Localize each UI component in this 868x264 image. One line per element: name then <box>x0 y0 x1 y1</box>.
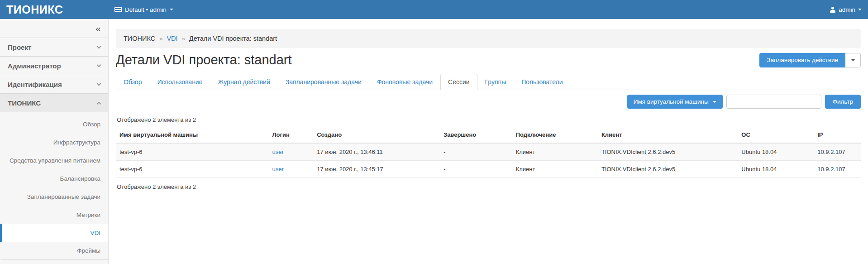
top-navbar: ТИОНИКС Default • admin admin <box>0 0 868 19</box>
sidebar-item-metrics[interactable]: Метрики <box>0 206 108 224</box>
breadcrumb-item-tionix: ТИОНИКС <box>124 35 155 42</box>
column-header-login: Логин <box>268 127 313 143</box>
breadcrumb-item-vdi[interactable]: VDI <box>167 35 177 42</box>
cell-finished: - <box>440 143 512 161</box>
chevron-down-icon <box>851 59 855 61</box>
tab-bar: Обзор Использование Журнал действий Запл… <box>116 74 861 90</box>
sidebar-section-tionix[interactable]: ТИОНИКС <box>0 94 108 112</box>
cell-vm-name: test-vp-6 <box>116 143 268 161</box>
cell-client: TIONIX.VDIclient 2.6.2.dev5 <box>598 161 738 178</box>
project-switcher-label: Default • admin <box>125 6 167 13</box>
chevron-down-icon <box>858 9 862 10</box>
main-content: ТИОНИКС » VDI » Детали VDI проекта: stan… <box>109 19 868 264</box>
item-label: Балансировка <box>60 175 100 182</box>
item-label: Обзор <box>83 121 100 128</box>
cell-ip: 10.9.2.107 <box>814 143 861 161</box>
chevron-down-icon <box>713 101 716 103</box>
sidebar-item-frames[interactable]: Фреймы <box>0 242 108 260</box>
cell-ip: 10.9.2.107 <box>814 161 861 178</box>
item-label: Инфраструктура <box>53 139 100 146</box>
column-header-client: Клиент <box>598 127 738 143</box>
item-label: Метрики <box>76 211 100 218</box>
cell-login: user <box>268 143 313 161</box>
schedule-action-dropdown-toggle[interactable] <box>845 53 861 67</box>
login-link[interactable]: user <box>272 166 283 173</box>
section-label: Идентификация <box>8 81 62 88</box>
chevron-down-icon <box>97 82 101 86</box>
collapse-icon: « <box>95 23 101 34</box>
filter-input[interactable] <box>726 95 821 109</box>
tab-sessions[interactable]: Сессии <box>440 74 477 90</box>
breadcrumb: ТИОНИКС » VDI » Детали VDI проекта: stan… <box>116 29 861 48</box>
tab-overview[interactable]: Обзор <box>116 74 149 90</box>
sidebar-item-infrastructure[interactable]: Инфраструктура <box>0 133 108 151</box>
title-row: Детали VDI проекта: standart Запланирова… <box>116 53 861 67</box>
cell-login: user <box>268 161 313 178</box>
cell-os: Ubuntu 18.04 <box>738 161 814 178</box>
tab-action-log[interactable]: Журнал действий <box>210 74 277 90</box>
cell-client: TIONIX.VDIclient 2.6.2.dev5 <box>598 143 738 161</box>
sidebar: « Проект Администратор Идентификация ТИО… <box>0 19 109 264</box>
tab-background-tasks[interactable]: Фонововые задачи <box>369 74 440 90</box>
column-header-connection: Подключение <box>512 127 598 143</box>
sidebar-item-overview[interactable]: Обзор <box>0 115 108 133</box>
tab-users[interactable]: Пользователи <box>514 74 570 90</box>
schedule-action-button[interactable]: Запланировать действие <box>759 53 845 67</box>
login-link[interactable]: user <box>272 149 283 155</box>
items-count-bottom: Отображено 2 элемента из 2 <box>116 183 861 190</box>
tab-scheduled-tasks[interactable]: Запланированные задачи <box>278 74 369 90</box>
chevron-up-icon <box>97 101 101 106</box>
chevron-down-icon <box>97 63 101 67</box>
breadcrumb-item-current: Детали VDI проекта: standart <box>189 35 277 42</box>
column-header-created: Создано <box>313 127 440 143</box>
column-header-finished: Завершено <box>440 127 512 143</box>
column-header-vm-name: Имя виртуальной машины <box>116 127 268 143</box>
cell-created: 17 июн. 2020 г., 13:45:17 <box>313 161 440 178</box>
filter-row: Имя виртуальной машины Фильтр <box>116 95 861 109</box>
sidebar-section-project[interactable]: Проект <box>0 38 108 57</box>
filter-field-label: Имя виртуальной машины <box>634 98 709 105</box>
user-menu-label: admin <box>839 6 855 13</box>
sessions-table: Имя виртуальной машины Логин Создано Зав… <box>116 127 861 178</box>
chevron-down-icon <box>97 44 101 49</box>
section-label: Администратор <box>8 62 61 70</box>
tab-usage[interactable]: Использование <box>149 74 210 90</box>
breadcrumb-separator: » <box>182 35 185 42</box>
project-switcher[interactable]: Default • admin <box>109 6 173 13</box>
items-count-top: Отображено 2 элемента из 2 <box>116 116 861 123</box>
brand-logo: ТИОНИКС <box>0 3 109 16</box>
section-label: ТИОНИКС <box>8 99 41 107</box>
page-actions: Запланировать действие <box>759 53 861 67</box>
item-label: Средства управления питанием <box>10 157 100 164</box>
breadcrumb-separator: » <box>159 35 162 42</box>
sidebar-section-admin[interactable]: Администратор <box>0 57 108 75</box>
schedule-action-label: Запланировать действие <box>767 57 838 63</box>
sidebar-collapse-button[interactable]: « <box>0 19 108 38</box>
cell-connection: Клиент <box>512 143 598 161</box>
sidebar-section-identity[interactable]: Идентификация <box>0 75 108 94</box>
page-title: Детали VDI проекта: standart <box>116 53 292 67</box>
user-icon <box>830 7 836 13</box>
sidebar-item-balancing[interactable]: Балансировка <box>0 169 108 187</box>
user-menu[interactable]: admin <box>830 6 868 13</box>
item-label: Фреймы <box>77 247 100 254</box>
tab-groups[interactable]: Группы <box>477 74 514 90</box>
sidebar-item-power-management[interactable]: Средства управления питанием <box>0 151 108 169</box>
sidebar-item-scheduled-tasks[interactable]: Запланированные задачи <box>0 187 108 206</box>
cell-vm-name: test-vp-6 <box>116 161 268 178</box>
cell-finished: - <box>440 161 512 178</box>
sidebar-item-vdi[interactable]: VDI <box>0 224 108 242</box>
filter-field-dropdown[interactable]: Имя виртуальной машины <box>627 95 723 109</box>
table-header-row: Имя виртуальной машины Логин Создано Зав… <box>116 127 861 143</box>
table-row: test-vp-6 user 17 июн. 2020 г., 13:46:11… <box>116 143 861 161</box>
filter-button[interactable]: Фильтр <box>825 95 861 109</box>
cell-connection: Клиент <box>512 161 598 178</box>
item-label: VDI <box>90 230 100 236</box>
section-label: Проект <box>8 43 31 51</box>
page-layout: « Проект Администратор Идентификация ТИО… <box>0 19 868 264</box>
cell-created: 17 июн. 2020 г., 13:46:11 <box>313 143 440 161</box>
cell-os: Ubuntu 18.04 <box>738 143 814 161</box>
chevron-down-icon <box>170 9 173 10</box>
sidebar-subitems: Обзор Инфраструктура Средства управления… <box>0 112 108 260</box>
table-row: test-vp-6 user 17 июн. 2020 г., 13:45:17… <box>116 161 861 178</box>
